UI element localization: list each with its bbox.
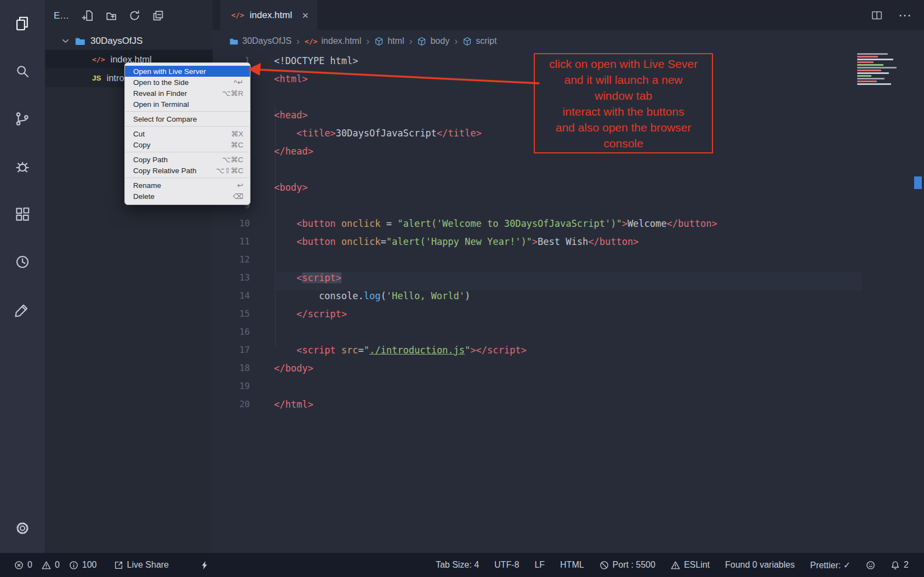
breadcrumb-separator: › (296, 36, 300, 47)
breadcrumb-file[interactable]: </> index.html (305, 36, 361, 46)
code-line-13[interactable]: 13 <script> (213, 272, 862, 290)
line-number: 16 (213, 327, 264, 345)
editor-actions: ⋯ (871, 0, 912, 30)
feedback-icon[interactable] (10, 297, 35, 322)
new-folder-icon[interactable] (105, 10, 117, 22)
menu-item-select-for-compare[interactable]: Select for Compare (125, 113, 250, 124)
extensions-icon[interactable] (10, 202, 35, 227)
minimap[interactable] (857, 53, 908, 86)
sidebar-folder-30daysofjs[interactable]: 30DaysOfJS (45, 32, 213, 50)
breadcrumb-script[interactable]: script (463, 36, 497, 46)
breadcrumb-folder[interactable]: 30DaysOfJS (229, 36, 292, 46)
warning-icon (42, 561, 51, 570)
folder-icon (75, 36, 85, 47)
search-icon[interactable] (10, 59, 35, 84)
code-line-11[interactable]: 11 <button onclick="alert('Happy New Yea… (213, 236, 862, 254)
settings-gear-icon[interactable] (10, 516, 35, 541)
line-number: 18 (213, 363, 264, 381)
cube-icon (463, 37, 472, 46)
variables-indicator[interactable]: Found 0 variables (725, 560, 795, 570)
code-line-7[interactable]: 7 (213, 164, 862, 182)
annotation-box: click on open with Live Severand it will… (534, 53, 713, 153)
status-bar: 0 0 100 Live Share Tab Size: 4 UTF-8 LF … (0, 553, 924, 577)
bell-icon (891, 561, 900, 570)
more-actions-icon[interactable]: ⋯ (898, 8, 912, 23)
menu-item-copy[interactable]: Copy⌘C (125, 139, 250, 150)
port-indicator[interactable]: Port : 5500 (600, 560, 655, 570)
code-line-14[interactable]: 14 console.log('Hello, World') (213, 290, 862, 309)
chevron-down-icon (61, 37, 70, 45)
menu-separator (126, 178, 249, 178)
explorer-icon[interactable] (10, 11, 35, 36)
annotation-line: console (535, 135, 712, 151)
lightning-icon[interactable] (200, 561, 209, 570)
code-line-18[interactable]: 18</body> (213, 363, 862, 381)
code-line-9[interactable]: 9 (213, 200, 862, 218)
explorer-title: E… (54, 10, 69, 21)
cube-icon (374, 37, 384, 46)
run-debug-icon[interactable] (10, 154, 35, 179)
eslint-indicator[interactable]: ESLint (671, 560, 710, 570)
explorer-header: E… (45, 0, 213, 32)
menu-item-cut[interactable]: Cut⌘X (125, 128, 250, 139)
eol-indicator[interactable]: LF (534, 560, 545, 570)
menu-separator (126, 111, 249, 112)
clock-icon (14, 254, 31, 270)
menu-item-rename[interactable]: Rename↩ (125, 180, 250, 191)
tab-size-indicator[interactable]: Tab Size: 4 (436, 560, 479, 570)
cube-icon (417, 37, 426, 46)
notifications-bell[interactable]: 2 (891, 560, 909, 570)
port-slash-icon (600, 561, 609, 570)
live-share-button[interactable]: Live Share (114, 560, 169, 570)
menu-item-copy-path[interactable]: Copy Path⌥⌘C (125, 154, 250, 165)
branch-icon (14, 111, 31, 127)
feedback-smiley-icon[interactable] (866, 561, 875, 570)
history-icon[interactable] (10, 249, 35, 275)
menu-item-open-in-terminal[interactable]: Open in Terminal (125, 99, 250, 110)
html-file-icon: </> (231, 11, 244, 19)
code-line-12[interactable]: 12 (213, 254, 862, 272)
annotation-text: click on open with Live Severand it will… (535, 56, 712, 151)
squares-icon (14, 206, 31, 222)
tab-bar: </> index.html × ⋯ (213, 0, 924, 30)
new-file-icon[interactable] (82, 10, 94, 22)
source-control-icon[interactable] (10, 106, 35, 132)
code-line-10[interactable]: 10 <button onclick = "alert('Welcome to … (213, 218, 862, 236)
code-line-17[interactable]: 17 <script src="./introduction.js"></scr… (213, 345, 862, 363)
code-line-19[interactable]: 19 (213, 381, 862, 399)
code-line-16[interactable]: 16 (213, 327, 862, 345)
menu-item-reveal-in-finder[interactable]: Reveal in Finder⌥⌘R (125, 88, 250, 99)
annotation-line: click on open with Live Sever (535, 56, 712, 72)
breadcrumb-body[interactable]: body (417, 36, 449, 46)
line-number: 15 (213, 309, 264, 327)
menu-item-copy-relative-path[interactable]: Copy Relative Path⌥⇧⌘C (125, 165, 250, 176)
scrollbar-marker[interactable] (914, 176, 922, 189)
refresh-icon[interactable] (129, 10, 141, 22)
share-icon (114, 561, 123, 570)
collapse-all-icon[interactable] (152, 10, 164, 22)
code-line-15[interactable]: 15 </script> (213, 309, 862, 327)
warning-count[interactable]: 0 (42, 560, 60, 570)
menu-item-delete[interactable]: Delete⌫ (125, 191, 250, 202)
tab-index-html[interactable]: </> index.html × (220, 0, 317, 30)
encoding-indicator[interactable]: UTF-8 (494, 560, 519, 570)
magnifier-icon (14, 63, 31, 79)
breadcrumb-separator: › (409, 36, 412, 47)
breadcrumb-html[interactable]: html (374, 36, 404, 46)
menu-item-open-to-the-side[interactable]: Open to the Side^↵ (125, 77, 250, 88)
prettier-indicator[interactable]: Prettier: ✓ (810, 560, 851, 570)
info-count[interactable]: 100 (69, 560, 97, 570)
error-count[interactable]: 0 (14, 560, 32, 570)
close-icon[interactable]: × (302, 9, 309, 22)
line-number: 10 (213, 218, 264, 236)
menu-separator (126, 126, 249, 127)
annotation-line: and it will launch a new (535, 72, 712, 88)
language-indicator[interactable]: HTML (560, 560, 584, 570)
annotation-line: interact with the buttons (535, 104, 712, 119)
activity-bar (0, 0, 45, 553)
code-line-8[interactable]: 8<body> (213, 182, 862, 200)
line-number: 14 (213, 290, 264, 309)
code-line-20[interactable]: 20</html> (213, 399, 862, 417)
split-editor-icon[interactable] (871, 9, 883, 21)
menu-item-open-with-live-server[interactable]: Open with Live Server (125, 66, 250, 77)
